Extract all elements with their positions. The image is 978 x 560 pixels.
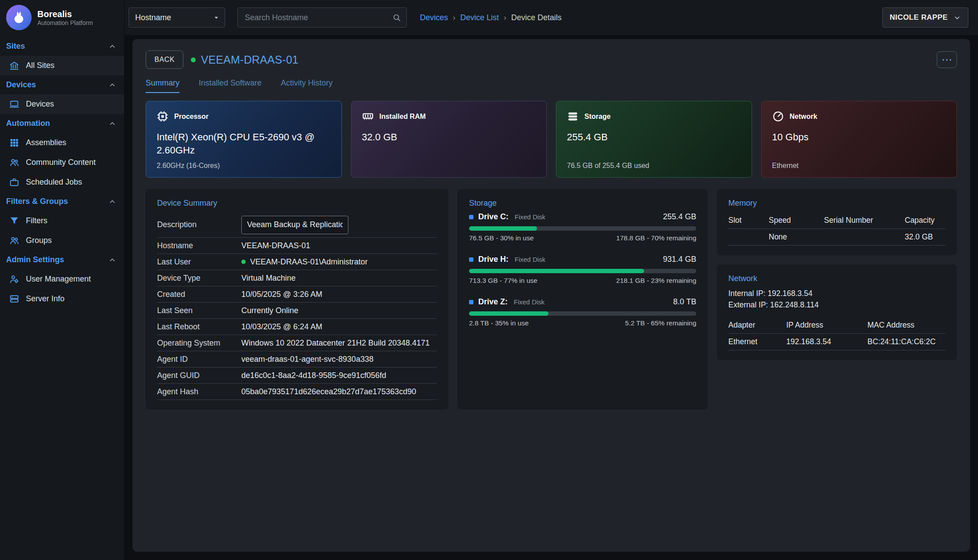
disks-icon: [567, 111, 579, 122]
nav-section-sites[interactable]: Sites: [0, 37, 124, 56]
drive-name: Drive Z:: [478, 297, 508, 307]
drive-usage-bar: [469, 226, 696, 231]
nav-section-devices[interactable]: Devices: [0, 75, 124, 94]
overflow-menu-button[interactable]: ⋯: [937, 51, 957, 68]
breadcrumb: Devices › Device List › Device Details: [420, 13, 562, 22]
col-header-mac-address: MAC Address: [867, 321, 946, 330]
search-input[interactable]: [244, 13, 392, 23]
chevron-down-icon: [953, 14, 961, 21]
nav-section-automation[interactable]: Automation: [0, 114, 124, 133]
internal-ip: Internal IP: 192.168.3.54: [728, 288, 946, 299]
chevron-up-icon: [108, 81, 116, 89]
sidebar-item-all-sites[interactable]: All Sites: [0, 56, 124, 75]
drive-type: Fixed Disk: [514, 298, 545, 306]
sidebar-item-server-info[interactable]: Server Info: [0, 289, 124, 309]
sidebar-item-scheduled-jobs[interactable]: Scheduled Jobs: [0, 172, 124, 192]
col-header-ip-address: IP Address: [786, 321, 867, 330]
sidebar-item-label: User Management: [26, 275, 91, 284]
stat-value: Intel(R) Xeon(R) CPU E5-2690 v3 @ 2.60GH…: [157, 131, 331, 157]
user-menu-button[interactable]: NICOLE RAPPE: [882, 7, 968, 28]
drive-size: 8.0 TB: [673, 297, 696, 307]
breadcrumb-device-list[interactable]: Device List: [460, 13, 499, 22]
grid-icon: [9, 138, 19, 148]
stat-subtitle: 76.5 GB of 255.4 GB used: [567, 162, 649, 170]
sidebar-nav: Sites All Sites Devices Devices Automati…: [0, 35, 124, 309]
device-summary-title: Device Summary: [157, 199, 437, 208]
borealis-logo-icon: [6, 5, 32, 30]
row-label: Hostname: [157, 241, 241, 250]
breadcrumb-devices[interactable]: Devices: [420, 13, 448, 22]
row-label: Agent Hash: [157, 387, 241, 396]
summary-row-created: Created 10/05/2025 @ 3:26 AM: [157, 286, 437, 303]
row-value: Virtual Machine: [241, 274, 296, 283]
row-value: Windows 10 2022 Datacenter 21H2 Build 20…: [241, 339, 430, 348]
right-card-stack: Memory Slot Speed Serial Number Capacity…: [717, 189, 957, 360]
summary-row-agent-guid: Agent GUID de16c0c1-8aa2-4d18-9585-9ce91…: [157, 367, 437, 384]
col-header-adapter: Adapter: [728, 321, 786, 330]
row-label: Operating System: [157, 339, 241, 348]
hostname-filter-value: Hostname: [135, 13, 171, 22]
row-value: VEEAM-DRAAS-01\Administrator: [250, 257, 368, 267]
sidebar-item-label: Assemblies: [26, 138, 66, 147]
summary-row-agent-id: Agent ID veeam-draas-01-agent-svc-8930a3…: [157, 351, 437, 367]
search-box: [237, 7, 407, 28]
drive-remaining-label: 178.8 GB - 70% remaining: [616, 234, 696, 242]
drive-z: Drive Z: Fixed Disk 8.0 TB 2.8 TB - 35% …: [469, 297, 696, 327]
stat-card-processor: Processor Intel(R) Xeon(R) CPU E5-2690 v…: [146, 101, 342, 178]
caret-down-icon: [212, 14, 220, 21]
network-card: Network Internal IP: 192.168.3.54 Extern…: [717, 264, 957, 360]
detail-columns: Device Summary Description Hostname VEEA…: [146, 189, 957, 410]
drive-remaining-label: 218.1 GB - 23% remaining: [616, 277, 696, 285]
ram-icon: [362, 111, 374, 122]
brand-subtitle: Automation Platform: [37, 19, 93, 26]
back-button[interactable]: BACK: [146, 50, 183, 69]
main-column: Hostname Devices › Device List › Device …: [125, 0, 978, 560]
memory-table-header: Slot Speed Serial Number Capacity: [728, 212, 946, 229]
summary-row-description: Description: [157, 212, 437, 238]
people-icon: [9, 157, 19, 168]
drive-icon: [469, 257, 473, 262]
row-label: Last Reboot: [157, 322, 241, 332]
stat-value: 32.0 GB: [362, 131, 536, 144]
nav-section-label: Filters & Groups: [6, 197, 68, 206]
sidebar-item-label: Scheduled Jobs: [26, 178, 82, 187]
search-icon[interactable]: [392, 13, 401, 22]
summary-row-hostname: Hostname VEEAM-DRAAS-01: [157, 238, 437, 254]
stat-title: Processor: [174, 113, 208, 121]
memory-title: Memory: [728, 199, 946, 208]
memory-table-row: None 32.0 GB: [728, 229, 946, 246]
nav-section-label: Sites: [6, 42, 25, 51]
nav-section-filters-groups[interactable]: Filters & Groups: [0, 192, 124, 211]
sidebar-item-assemblies[interactable]: Assemblies: [0, 133, 124, 153]
sidebar-item-filters[interactable]: Filters: [0, 211, 124, 231]
cpu-icon: [157, 111, 168, 122]
row-label: Agent ID: [157, 355, 241, 364]
gauge-icon: [772, 111, 784, 122]
memory-card: Memory Slot Speed Serial Number Capacity…: [717, 189, 957, 255]
breadcrumb-device-details: Device Details: [511, 13, 562, 22]
content-area: BACK VEEAM-DRAAS-01 ⋯ Summary Installed …: [125, 35, 978, 560]
sidebar-item-community-content[interactable]: Community Content: [0, 153, 124, 172]
nav-section-admin-settings[interactable]: Admin Settings: [0, 250, 124, 269]
device-details-panel: BACK VEEAM-DRAAS-01 ⋯ Summary Installed …: [133, 39, 970, 552]
description-input[interactable]: [241, 216, 348, 234]
sidebar-item-groups[interactable]: Groups: [0, 231, 124, 250]
row-label: Last User: [157, 257, 241, 267]
drive-icon: [469, 300, 473, 304]
col-header-speed: Speed: [769, 216, 824, 225]
sidebar-item-user-management[interactable]: User Management: [0, 269, 124, 289]
tab-summary[interactable]: Summary: [146, 78, 179, 93]
online-status-dot: [191, 57, 196, 62]
drive-usage-bar: [469, 311, 696, 316]
stat-card-installed-ram: Installed RAM 32.0 GB: [351, 101, 547, 178]
summary-row-last-user: Last User VEEAM-DRAAS-01\Administrator: [157, 254, 437, 270]
tab-activity-history[interactable]: Activity History: [281, 78, 333, 93]
hostname-filter-select[interactable]: Hostname: [129, 7, 225, 28]
drive-h: Drive H: Fixed Disk 931.4 GB 713.3 GB - …: [469, 255, 696, 285]
sidebar-item-label: Groups: [26, 236, 52, 245]
sidebar-item-label: Devices: [26, 100, 54, 109]
sidebar-item-devices[interactable]: Devices: [0, 94, 124, 114]
tab-installed-software[interactable]: Installed Software: [199, 78, 262, 93]
people-icon: [9, 235, 19, 246]
drive-remaining-label: 5.2 TB - 65% remaining: [625, 319, 696, 327]
